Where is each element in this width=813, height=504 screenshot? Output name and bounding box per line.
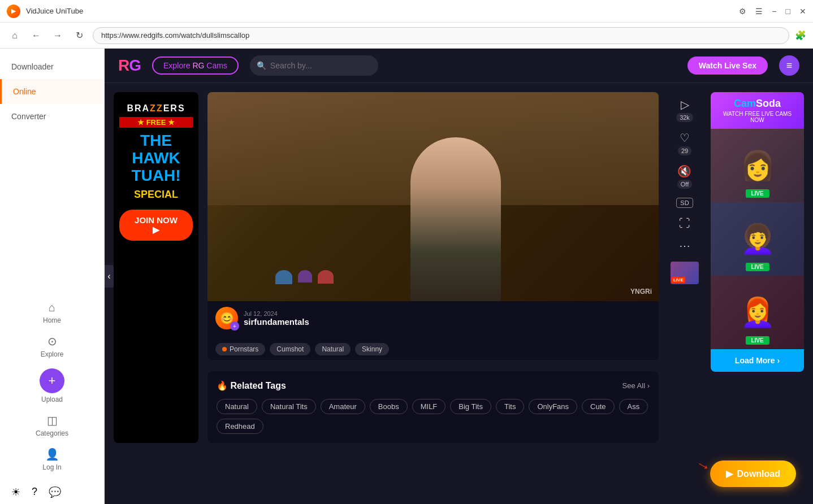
main-video-col: YNGRi 😊 + Jul 12, 2024 sirfundamentals: [207, 92, 659, 443]
sound-icon: 🔇: [677, 164, 691, 178]
login-icon: 👤: [45, 447, 59, 461]
content-body: BRAZZERS ★FREE★ THEHAWKTUAH! SPECIAL JOI…: [105, 83, 813, 452]
tag-pill-natural-tits[interactable]: Natural Tits: [262, 399, 316, 414]
avatar-plus: +: [230, 321, 239, 331]
tag-pill-redhead[interactable]: Redhead: [217, 419, 263, 434]
window-controls: ⚙ ☰ − □ ✕: [739, 7, 806, 16]
close-icon[interactable]: ✕: [799, 7, 806, 16]
view-count-btn[interactable]: ▷ 32k: [676, 98, 693, 122]
sidebar-nav-login[interactable]: 👤 Log In: [42, 447, 61, 471]
sidebar-nav-explore[interactable]: ⊙ Explore: [41, 334, 64, 358]
logo-g: G: [129, 57, 141, 74]
load-more-label: Load More ›: [735, 356, 780, 365]
explore-label: Explore: [41, 350, 64, 358]
cam-item-1[interactable]: 👩 LIVE: [711, 129, 804, 202]
tag-pill-cute[interactable]: Cute: [582, 399, 614, 414]
tag-cumshot[interactable]: Cumshot: [270, 343, 310, 355]
login-label: Log In: [42, 463, 61, 471]
tag-pornstars[interactable]: Pornstars: [215, 343, 265, 355]
minimize-icon[interactable]: −: [772, 7, 776, 16]
sidebar-item-downloader[interactable]: Downloader: [0, 54, 104, 79]
download-button[interactable]: ▶ Download: [710, 460, 796, 487]
tags-grid: Natural Natural Tits Amateur Boobs MILF …: [217, 399, 650, 434]
tag-pill-natural[interactable]: Natural: [217, 399, 257, 414]
sidebar-nav-categories[interactable]: ◫ Categories: [36, 414, 68, 437]
more-icon: ⋯: [679, 239, 690, 253]
video-tags: Pornstars Cumshot Natural Skinny: [215, 343, 651, 355]
title-bar: ▶ VidJuice UniTube ⚙ ☰ − □ ✕: [0, 0, 813, 23]
like-count: 29: [678, 146, 691, 155]
main-layout: Downloader Online Converter ⌂ Home ⊙ Exp…: [0, 49, 813, 504]
load-more-button[interactable]: Load More ›: [711, 349, 804, 372]
video-avatar: 😊 +: [215, 307, 238, 329]
tag-skinny[interactable]: Skinny: [355, 343, 389, 355]
extensions-icon[interactable]: 🧩: [795, 30, 806, 41]
sidebar-bottom-icons: ☀ ? 💬: [0, 480, 104, 504]
tag-pill-ass[interactable]: Ass: [619, 399, 648, 414]
sound-btn[interactable]: 🔇 Off: [677, 164, 692, 189]
search-icon: 🔍: [257, 61, 266, 70]
address-input[interactable]: [93, 27, 789, 44]
video-tags-row: Pornstars Cumshot Natural Skinny: [207, 335, 659, 360]
download-icon: ▶: [726, 468, 733, 479]
see-all-link[interactable]: See All ›: [622, 381, 650, 390]
address-bar-row: ⌂ ← → ↻ 🧩: [0, 23, 813, 49]
feedback-icon[interactable]: 💬: [49, 486, 61, 498]
upload-button[interactable]: +: [40, 368, 64, 393]
online-label: Online: [13, 87, 36, 96]
converter-label: Converter: [11, 112, 46, 121]
logo-r: R: [118, 57, 129, 74]
ad-join-button[interactable]: JOIN NOW ▶: [119, 210, 193, 241]
collapse-sidebar-button[interactable]: ‹: [105, 265, 114, 288]
quality-button[interactable]: SD: [676, 198, 693, 208]
cam-live-badge-2: LIVE: [745, 263, 769, 271]
refresh-button[interactable]: ↻: [71, 28, 87, 44]
content-area: ‹ RG Explore RG Cams 🔍 Watch Live Sex ≡: [105, 49, 813, 504]
cam-soda-tagline: WATCH FREE LIVE CAMS NOW: [716, 111, 798, 123]
home-nav-button[interactable]: ⌂: [7, 28, 23, 44]
fullscreen-btn[interactable]: ⛶: [679, 217, 690, 230]
home-icon: ⌂: [49, 301, 55, 314]
cam-live-badge-3: LIVE: [745, 336, 769, 345]
sidebar-item-online[interactable]: Online: [0, 79, 104, 104]
ad-title: THEHAWKTUAH!: [119, 132, 193, 184]
cam-item-2[interactable]: 👩‍🦱 LIVE: [711, 202, 804, 276]
preview-thumbnail[interactable]: LIVE: [671, 262, 699, 284]
help-icon[interactable]: ?: [32, 486, 37, 498]
menu-icon[interactable]: ☰: [755, 7, 763, 16]
tag-pill-milf[interactable]: MILF: [412, 399, 446, 414]
sidebar-nav-home[interactable]: ⌂ Home: [43, 301, 61, 324]
tag-pill-big-tits[interactable]: Big Tits: [450, 399, 491, 414]
search-wrap: 🔍: [250, 55, 676, 76]
tag-natural[interactable]: Natural: [315, 343, 351, 355]
back-button[interactable]: ←: [28, 28, 44, 44]
site-search-input[interactable]: [250, 55, 378, 76]
video-player[interactable]: YNGRi 😊 + Jul 12, 2024 sirfundamentals: [207, 92, 659, 360]
cam-soda-header: CamSoda WATCH FREE LIVE CAMS NOW: [711, 92, 804, 129]
watch-live-button[interactable]: Watch Live Sex: [687, 57, 768, 75]
tag-pill-onlyfans[interactable]: OnlyFans: [529, 399, 577, 414]
person-figure: [410, 137, 501, 301]
tag-pill-amateur[interactable]: Amateur: [321, 399, 365, 414]
site-header: RG Explore RG Cams 🔍 Watch Live Sex ≡: [105, 49, 813, 83]
view-icon: ▷: [681, 98, 689, 111]
explore-cams-button[interactable]: Explore RG Cams: [152, 57, 239, 75]
site-menu-button[interactable]: ≡: [779, 55, 799, 76]
cam-soda-logo: CamSoda: [716, 98, 798, 110]
settings-icon[interactable]: ⚙: [739, 7, 746, 16]
like-btn[interactable]: ♡ 29: [678, 131, 691, 155]
maximize-icon[interactable]: □: [786, 7, 790, 16]
more-btn[interactable]: ⋯: [679, 239, 690, 253]
ad-brand-accent: ZZ: [150, 103, 163, 113]
tag-dot: [222, 347, 227, 351]
forward-button[interactable]: →: [50, 28, 66, 44]
cam-item-3[interactable]: 👩‍🦰 LIVE: [711, 276, 804, 349]
tag-pill-tits[interactable]: Tits: [496, 399, 524, 414]
ad-brazzers: BRAZZERS ★FREE★ THEHAWKTUAH! SPECIAL JOI…: [114, 92, 198, 443]
video-watermark: YNGRi: [630, 288, 652, 296]
sidebar-nav-upload[interactable]: + Upload: [40, 368, 64, 403]
tag-pill-boobs[interactable]: Boobs: [370, 399, 408, 414]
left-ad-panel[interactable]: BRAZZERS ★FREE★ THEHAWKTUAH! SPECIAL JOI…: [114, 92, 198, 443]
theme-icon[interactable]: ☀: [11, 486, 20, 498]
sidebar-item-converter[interactable]: Converter: [0, 104, 104, 129]
